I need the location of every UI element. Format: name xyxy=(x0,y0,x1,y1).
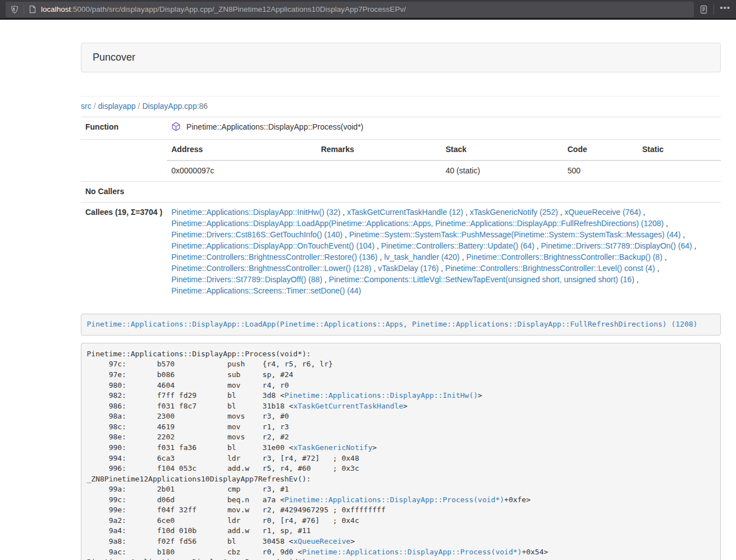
table-row: Address Remarks Stack Code Static 0x0000… xyxy=(81,139,721,181)
table-row: 0x0000097c 40 (static) 500 xyxy=(167,160,721,181)
url-path: :5000/path/src/displayapp/DisplayApp.cpp… xyxy=(71,5,406,13)
breadcrumb-line-number: :86 xyxy=(197,102,208,111)
callee-link[interactable]: Pinetime::Controllers::BrightnessControl… xyxy=(171,253,377,261)
breadcrumb-link-displayapp[interactable]: displayapp xyxy=(98,102,136,111)
callee-link[interactable]: vTaskDelay (176) xyxy=(378,264,438,273)
breadcrumb-separator: / xyxy=(136,102,143,111)
url-host: localhost xyxy=(41,5,71,13)
address-table: Address Remarks Stack Code Static 0x0000… xyxy=(167,140,721,181)
function-label: Function xyxy=(81,117,167,140)
toolbar-separator xyxy=(714,4,714,15)
callee-link[interactable]: Pinetime::Drivers::St7789::DisplayOn() (… xyxy=(541,241,692,250)
table-header-row: Address Remarks Stack Code Static xyxy=(167,140,721,160)
highlighted-callee-link[interactable]: Pinetime::Applications::DisplayApp::Load… xyxy=(87,320,698,328)
callee-link[interactable]: Pinetime::Controllers::BrightnessControl… xyxy=(445,264,655,273)
callee-link[interactable]: xQueueReceive (764) xyxy=(565,208,641,217)
table-row: Callees (19, Σ=3704 ) Pinetime::Applicat… xyxy=(81,202,721,301)
breadcrumb-link-file[interactable]: DisplayApp.cpp xyxy=(142,102,196,111)
no-callers-label: No Callers xyxy=(81,181,167,202)
col-header-address: Address xyxy=(167,140,316,160)
callees-label: Callees (19, Σ=3704 ) xyxy=(81,202,167,301)
callee-link[interactable]: Pinetime::Controllers::Battery::Update()… xyxy=(381,241,534,250)
callee-link[interactable]: Pinetime::Applications::DisplayApp::OnTo… xyxy=(171,241,374,250)
shield-icon[interactable] xyxy=(10,5,19,14)
callee-link[interactable]: xTaskGetCurrentTaskHandle (12) xyxy=(347,208,463,217)
function-name: Pinetime::Applications::DisplayApp::Proc… xyxy=(186,122,363,131)
static-value xyxy=(638,160,721,181)
col-header-remarks: Remarks xyxy=(317,140,441,160)
callee-link[interactable]: Pinetime::Components::LittleVgl::SetNewT… xyxy=(329,275,634,284)
disassembly-pre: Pinetime::Applications::DisplayApp::Proc… xyxy=(81,343,721,560)
col-header-code: Code xyxy=(563,140,638,160)
brand-panel: Puncover xyxy=(81,43,721,72)
callee-link[interactable]: Pinetime::Drivers::St7789::DisplayOff() … xyxy=(171,275,322,284)
callee-link[interactable]: Pinetime::System::SystemTask::PushMessag… xyxy=(349,230,681,239)
highlighted-callee-box: Pinetime::Applications::DisplayApp::Load… xyxy=(81,314,721,336)
callee-link[interactable]: Pinetime::Applications::DisplayApp::Init… xyxy=(171,208,340,217)
function-table: Function Pinetime::Applications::Display… xyxy=(81,117,721,301)
breadcrumb-link-src[interactable]: src xyxy=(81,102,92,111)
address-bar[interactable]: localhost:5000/path/src/displayapp/Displ… xyxy=(6,2,694,17)
table-row: No Callers xyxy=(81,181,721,202)
page-title: Puncover xyxy=(93,52,135,63)
breadcrumb: src/displayapp/DisplayApp.cpp:86 xyxy=(81,97,721,117)
callee-link[interactable]: lv_task_handler (420) xyxy=(384,253,460,261)
col-header-stack: Stack xyxy=(441,140,563,160)
callee-link[interactable]: Pinetime::Controllers::BrightnessControl… xyxy=(466,253,662,261)
page-icon[interactable] xyxy=(29,5,36,13)
col-header-static: Static xyxy=(638,140,721,160)
urlbar-separator xyxy=(24,4,24,14)
stack-value: 40 (static) xyxy=(441,160,563,181)
disasm-symbol-link[interactable]: Pinetime::Applications::DisplayApp::Proc… xyxy=(302,548,522,556)
disasm-symbol-link[interactable]: xTaskGenericNotify xyxy=(293,443,372,452)
breadcrumb-separator: / xyxy=(92,102,98,111)
overflow-menu-icon[interactable]: ••• xyxy=(720,3,730,15)
callee-link[interactable]: Pinetime::Drivers::Cst816S::GetTouchInfo… xyxy=(171,230,342,239)
reader-mode-icon[interactable] xyxy=(700,5,708,14)
callee-link[interactable]: Pinetime::Controllers::BrightnessControl… xyxy=(171,264,371,273)
disasm-symbol-link[interactable]: xTaskGetCurrentTaskHandle xyxy=(293,402,403,410)
disasm-symbol-link[interactable]: Pinetime::Applications::DisplayApp::Init… xyxy=(285,391,478,400)
callee-link[interactable]: Pinetime::Applications::DisplayApp::Load… xyxy=(171,219,664,228)
browser-toolbar: localhost:5000/path/src/displayapp/Displ… xyxy=(0,0,736,20)
url-text[interactable]: localhost:5000/path/src/displayapp/Displ… xyxy=(41,5,406,13)
disasm-symbol-link[interactable]: Pinetime::Applications::DisplayApp::Proc… xyxy=(285,495,504,504)
disasm-symbol-link[interactable]: xQueueReceive xyxy=(293,537,350,545)
callee-link[interactable]: xTaskGenericNotify (252) xyxy=(470,208,558,217)
table-row: Function Pinetime::Applications::Display… xyxy=(81,117,721,140)
remarks-value xyxy=(317,160,441,181)
function-cube-icon xyxy=(171,124,183,133)
callee-link[interactable]: Pinetime::Applications::Screens::Timer::… xyxy=(171,286,361,295)
address-value: 0x0000097c xyxy=(167,160,316,181)
callees-list: Pinetime::Applications::DisplayApp::Init… xyxy=(167,202,721,301)
code-value: 500 xyxy=(563,160,638,181)
